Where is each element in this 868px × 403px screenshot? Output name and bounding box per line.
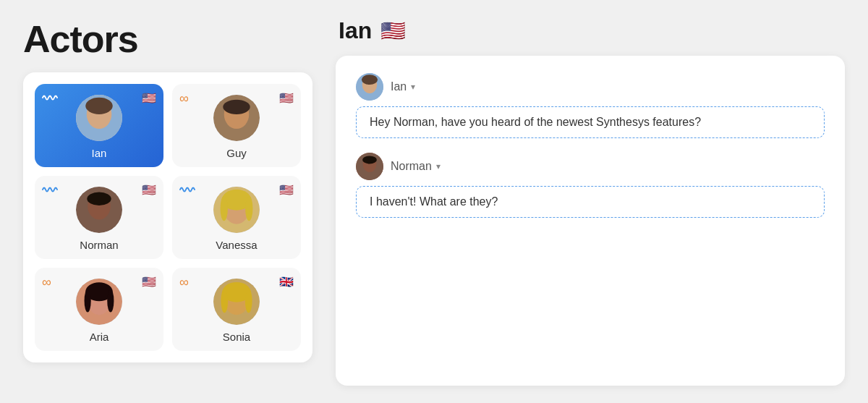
- svg-point-12: [221, 196, 228, 221]
- svg-point-13: [245, 196, 252, 221]
- card-flag: 🇺🇸: [142, 183, 156, 197]
- speaker-name-row[interactable]: Ian ▾: [391, 80, 415, 93]
- actor-avatar: [213, 279, 260, 325]
- chat-container: Ian ▾ Hey Norman, have you heard of the …: [336, 56, 845, 386]
- actor-name: Vanessa: [216, 239, 257, 251]
- svg-point-18: [107, 289, 114, 313]
- actor-avatar: [213, 187, 260, 233]
- chevron-down-icon: ▾: [436, 161, 441, 171]
- left-panel: Actors 🇺🇸 Ian ∞ 🇺🇸 Guy: [23, 17, 312, 386]
- selected-actor-name: Ian: [339, 17, 372, 44]
- card-icon: [42, 91, 58, 106]
- actor-card-guy[interactable]: ∞ 🇺🇸 Guy: [172, 84, 301, 167]
- page-title: Actors: [23, 17, 312, 61]
- loop-icon: ∞: [179, 275, 189, 289]
- speaker-avatar: [356, 73, 383, 101]
- svg-point-26: [362, 75, 378, 85]
- actors-grid: 🇺🇸 Ian ∞ 🇺🇸 Guy 🇺🇸: [35, 84, 301, 351]
- speaker-name: Ian: [391, 80, 407, 93]
- svg-point-17: [85, 289, 91, 313]
- card-flag: 🇺🇸: [279, 183, 294, 197]
- right-panel: Ian 🇺🇸 Ian ▾ Hey Norman, have you heard …: [336, 17, 845, 386]
- loop-icon: ∞: [179, 91, 189, 106]
- chat-text: I haven't! What are they?: [370, 195, 498, 208]
- actor-avatar: [213, 95, 260, 141]
- card-icon: ∞: [42, 275, 51, 290]
- svg-point-8: [87, 192, 111, 205]
- actor-card-ian[interactable]: 🇺🇸 Ian: [35, 84, 163, 167]
- actor-avatar: [76, 95, 122, 141]
- waveform-icon: [42, 91, 58, 106]
- svg-point-2: [85, 98, 112, 114]
- card-icon: [42, 183, 58, 198]
- speaker-name-row[interactable]: Norman ▾: [391, 160, 441, 173]
- chat-text: Hey Norman, have you heard of the newest…: [370, 116, 701, 128]
- actor-name: Norman: [80, 239, 118, 251]
- svg-point-5: [223, 100, 250, 114]
- right-header: Ian 🇺🇸: [336, 17, 845, 44]
- actor-avatar: [76, 279, 122, 325]
- chat-bubble[interactable]: I haven't! What are they?: [356, 186, 825, 218]
- chat-message-1: Norman ▾ I haven't! What are they?: [356, 153, 825, 218]
- actor-name: Guy: [226, 147, 247, 159]
- chat-message-0: Ian ▾ Hey Norman, have you heard of the …: [356, 73, 825, 138]
- card-icon: [179, 183, 195, 198]
- actor-avatar: [76, 187, 122, 233]
- card-flag: 🇺🇸: [142, 91, 156, 105]
- speaker-name: Norman: [391, 160, 432, 173]
- actor-name: Aria: [90, 331, 109, 343]
- chat-speaker: Ian ▾: [356, 73, 825, 101]
- actors-grid-wrapper: 🇺🇸 Ian ∞ 🇺🇸 Guy 🇺🇸: [23, 72, 312, 362]
- svg-point-23: [245, 289, 252, 313]
- svg-point-22: [221, 289, 228, 313]
- chevron-down-icon: ▾: [411, 82, 415, 92]
- card-icon: ∞: [179, 275, 189, 290]
- actor-card-norman[interactable]: 🇺🇸 Norman: [35, 176, 163, 259]
- actor-card-aria[interactable]: ∞ 🇺🇸 Aria: [35, 268, 163, 351]
- actor-name: Sonia: [223, 331, 250, 343]
- card-flag: 🇬🇧: [279, 275, 294, 289]
- chat-bubble[interactable]: Hey Norman, have you heard of the newest…: [356, 106, 825, 138]
- chat-speaker: Norman ▾: [356, 153, 825, 180]
- loop-icon: ∞: [42, 275, 51, 289]
- speaker-avatar: [356, 153, 383, 180]
- selected-actor-flag: 🇺🇸: [380, 19, 406, 43]
- actor-name: Ian: [92, 147, 107, 159]
- actor-card-vanessa[interactable]: 🇺🇸 Vanessa: [172, 176, 301, 259]
- card-icon: ∞: [179, 91, 189, 106]
- svg-point-29: [362, 156, 377, 164]
- card-flag: 🇺🇸: [142, 275, 156, 289]
- card-flag: 🇺🇸: [279, 91, 294, 105]
- waveform-icon: [179, 183, 195, 198]
- actor-card-sonia[interactable]: ∞ 🇬🇧 Sonia: [172, 268, 301, 351]
- waveform-icon: [42, 183, 58, 198]
